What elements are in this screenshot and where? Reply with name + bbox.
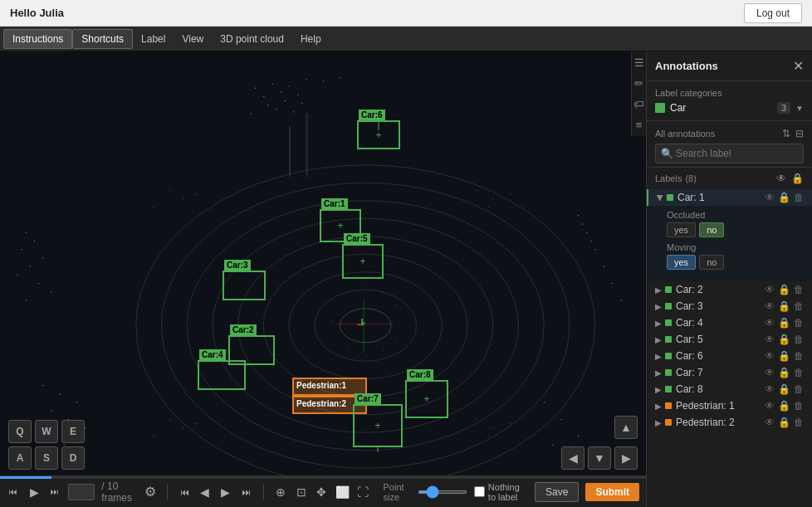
filter-icon[interactable]: ⊟	[795, 128, 804, 139]
nothing-to-label-checkbox[interactable]	[474, 486, 485, 497]
delete-car8[interactable]: 🗑	[794, 383, 804, 395]
moving-no[interactable]: no	[699, 255, 724, 270]
key-s[interactable]: S	[35, 446, 58, 470]
labels-visibility-icon[interactable]: 👁	[776, 173, 786, 184]
prev-frame-button[interactable]: ◀	[198, 482, 212, 502]
label-item-car3[interactable]: ▶ Car: 3 👁 🔒 🗑	[647, 298, 812, 314]
visibility-car7[interactable]: 👁	[765, 367, 775, 378]
tool-1-button[interactable]: ⊕	[273, 482, 287, 502]
label-item-car4[interactable]: ▶ Car: 4 👁 🔒 🗑	[647, 314, 812, 331]
tool-4-button[interactable]: ⬜	[335, 482, 350, 502]
menu-3d-point-cloud[interactable]: 3D point cloud	[212, 30, 292, 48]
point-size-slider[interactable]	[418, 490, 467, 494]
panel-icon-2[interactable]: ✏	[634, 77, 643, 90]
filter-sort-icon[interactable]: ⇅	[782, 128, 790, 139]
category-dropdown-icon[interactable]: ▼	[795, 104, 804, 113]
nav-up-button[interactable]: ▲	[614, 416, 638, 439]
occluded-no[interactable]: no	[699, 222, 724, 237]
svg-rect-57	[357, 324, 364, 325]
label-item-car6[interactable]: ▶ Car: 6 👁 🔒 🗑	[647, 348, 812, 364]
panel-icon-1[interactable]: ☰	[634, 56, 644, 69]
key-e[interactable]: E	[61, 420, 85, 443]
settings-button[interactable]: ⚙	[143, 482, 157, 502]
delete-ped1[interactable]: 🗑	[794, 400, 804, 412]
delete-car6[interactable]: 🗑	[794, 350, 804, 362]
visibility-ped2[interactable]: 👁	[765, 417, 775, 428]
annotation-car3[interactable]: Car:3	[223, 271, 266, 300]
delete-car2[interactable]: 🗑	[794, 284, 804, 295]
delete-car7[interactable]: 🗑	[794, 367, 804, 378]
lock-car7[interactable]: 🔒	[778, 367, 790, 378]
next-frame-button[interactable]: ▶	[218, 482, 232, 502]
tool-3-button[interactable]: ✥	[315, 482, 329, 502]
occluded-yes[interactable]: yes	[667, 222, 696, 237]
panel-icon-4[interactable]: ≡	[636, 119, 643, 131]
panel-icon-3[interactable]: 🏷	[633, 98, 644, 110]
visibility-car1[interactable]: 👁	[765, 192, 775, 203]
annotation-car6[interactable]: Car:6 +	[357, 120, 400, 149]
delete-car5[interactable]: 🗑	[794, 334, 804, 345]
lock-car1[interactable]: 🔒	[778, 192, 790, 203]
logout-button[interactable]: Log out	[744, 3, 802, 23]
visibility-car3[interactable]: 👁	[765, 300, 775, 312]
lock-car3[interactable]: 🔒	[778, 300, 790, 312]
nav-right-button[interactable]: ▶	[614, 446, 638, 470]
play-button[interactable]: ▶	[27, 482, 42, 502]
labels-lock-icon[interactable]: 🔒	[791, 173, 804, 184]
visibility-car4[interactable]: 👁	[765, 317, 775, 329]
annotation-car7[interactable]: Car:7 +	[353, 404, 403, 447]
tool-2-button[interactable]: ⊡	[294, 482, 308, 502]
annotation-car8[interactable]: Car:8 +	[405, 380, 448, 418]
delete-car1[interactable]: 🗑	[794, 192, 804, 203]
label-item-car5[interactable]: ▶ Car: 5 👁 🔒 🗑	[647, 331, 812, 348]
first-frame-button[interactable]: ⏮	[178, 482, 192, 502]
lock-car5[interactable]: 🔒	[778, 334, 790, 345]
moving-yes[interactable]: yes	[667, 255, 696, 270]
annotation-car5[interactable]: Car:5 +	[342, 244, 384, 279]
menu-instructions[interactable]: Instructions	[3, 29, 72, 49]
label-item-car1[interactable]: ▶ Car: 1 👁 🔒 🗑	[647, 189, 812, 206]
delete-car3[interactable]: 🗑	[794, 300, 804, 312]
last-frame-button[interactable]: ⏭	[239, 482, 253, 502]
label-item-ped1[interactable]: ▶ Pedestrian: 1 👁 🔒 🗑	[647, 397, 812, 414]
lock-car4[interactable]: 🔒	[778, 317, 790, 329]
visibility-car5[interactable]: 👁	[765, 334, 775, 345]
play-forward-button[interactable]: ⏭	[48, 482, 62, 502]
nav-down-button[interactable]: ▼	[588, 446, 611, 470]
search-input[interactable]	[655, 144, 804, 163]
key-d[interactable]: D	[61, 446, 85, 470]
label-item-car8[interactable]: ▶ Car: 8 👁 🔒 🗑	[647, 381, 812, 397]
visibility-car8[interactable]: 👁	[765, 383, 775, 395]
lock-car6[interactable]: 🔒	[778, 350, 790, 362]
lock-ped1[interactable]: 🔒	[778, 400, 790, 412]
visibility-car6[interactable]: 👁	[765, 350, 775, 362]
chevron-car3: ▶	[655, 302, 662, 311]
annotation-car4[interactable]: Car:4	[198, 360, 246, 390]
delete-ped2[interactable]: 🗑	[794, 417, 804, 428]
key-q[interactable]: Q	[8, 420, 32, 443]
lock-ped2[interactable]: 🔒	[778, 417, 790, 428]
label-item-ped2[interactable]: ▶ Pedestrian: 2 👁 🔒 🗑	[647, 414, 812, 431]
visibility-car2[interactable]: 👁	[765, 284, 775, 295]
menu-shortcuts[interactable]: Shortcuts	[72, 29, 133, 49]
menu-view[interactable]: View	[174, 30, 212, 48]
key-w[interactable]: W	[35, 420, 58, 443]
nav-left-button[interactable]: ◀	[561, 446, 585, 470]
submit-button[interactable]: Submit	[585, 483, 639, 501]
menu-label[interactable]: Label	[133, 30, 174, 48]
svg-rect-52	[561, 419, 562, 420]
tool-5-button[interactable]: ⛶	[356, 482, 370, 502]
visibility-ped1[interactable]: 👁	[765, 400, 775, 412]
close-icon[interactable]: ✕	[793, 58, 804, 74]
frame-input[interactable]: 1	[68, 484, 95, 500]
play-back-button[interactable]: ⏮	[7, 482, 21, 502]
svg-rect-61	[395, 305, 396, 305]
menu-help[interactable]: Help	[292, 30, 330, 48]
label-item-car7[interactable]: ▶ Car: 7 👁 🔒 🗑	[647, 364, 812, 381]
label-item-car2[interactable]: ▶ Car: 2 👁 🔒 🗑	[647, 281, 812, 298]
save-button[interactable]: Save	[535, 482, 579, 502]
delete-car4[interactable]: 🗑	[794, 317, 804, 329]
lock-car2[interactable]: 🔒	[778, 284, 790, 295]
key-a[interactable]: A	[8, 446, 32, 470]
lock-car8[interactable]: 🔒	[778, 383, 790, 395]
